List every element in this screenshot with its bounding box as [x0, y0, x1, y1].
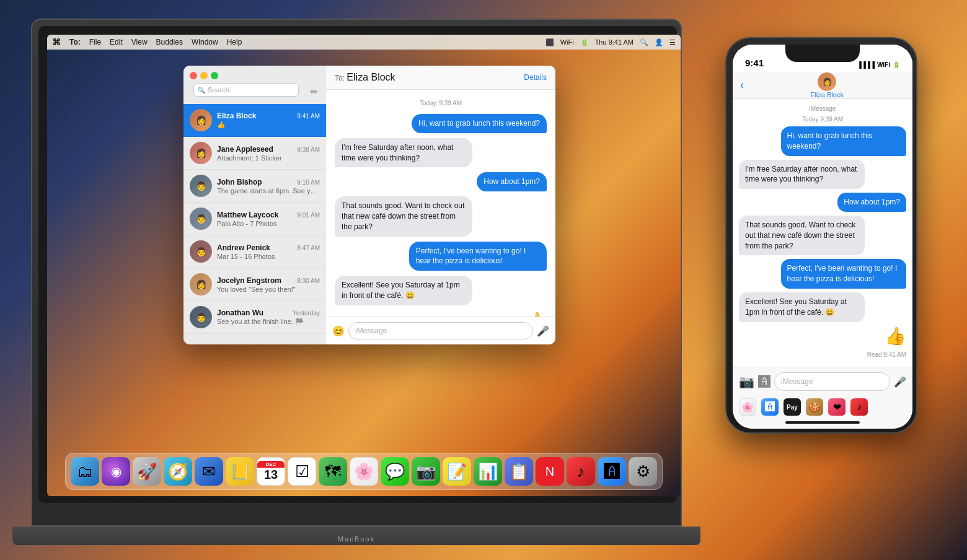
iphone-notch [785, 45, 860, 62]
dock-siri[interactable]: ◉ [102, 457, 130, 486]
bubble-out-5: Perfect, I've been wanting to go! I hear… [409, 242, 547, 271]
iphone-msg-1: Hi, want to grab lunch this weekend? [739, 126, 906, 156]
dock-finder[interactable]: 🗂 [71, 457, 99, 486]
dock-music[interactable]: ♪ [567, 457, 595, 486]
conv-info-eliza: Eliza Block 9:41 AM 👍 [217, 112, 320, 129]
dock-appstore[interactable]: 🅰 [598, 457, 626, 486]
dock-news[interactable]: N [536, 457, 564, 486]
conversation-item-jane[interactable]: 👩 Jane Appleseed 9:38 AM Attachment: 1 S… [183, 137, 326, 170]
iphone-home-indicator [785, 421, 860, 424]
dock-safari[interactable]: 🧭 [164, 457, 192, 486]
conv-preview-jonathan: See you at the finish line. 🏁 [217, 318, 320, 326]
file-menu[interactable]: File [89, 38, 101, 46]
iphone-back-button[interactable]: ‹ [740, 79, 744, 92]
dock-mail[interactable]: ✉ [195, 457, 223, 486]
iphone-appstore-icon[interactable]: 🅰 [758, 375, 771, 389]
close-button[interactable] [190, 72, 197, 79]
help-menu[interactable]: Help [227, 38, 242, 46]
iphone-applepay-icon[interactable]: Pay [784, 398, 801, 416]
iphone-status-icons: ▐▐▐▐ WiFi 🔋 [857, 61, 900, 68]
iphone-avatar: 👩 [818, 72, 836, 91]
apple-menu[interactable]: ⌘ [52, 37, 61, 47]
conversation-item-eliza[interactable]: 👩 Eliza Block 9:41 AM 👍 [183, 104, 326, 137]
conv-info-jane: Jane Appleseed 9:38 AM Attachment: 1 Sti… [217, 145, 320, 162]
conv-preview-matthew: Palo Alto - 7 Photos [217, 220, 320, 227]
conv-preview-andrew: Mar 15 - 16 Photos [217, 253, 320, 260]
iphone-appstore-row-icon[interactable]: 🅰 [761, 398, 779, 416]
messages-window: 🔍 Search ✏ 👩 [183, 66, 555, 344]
avatar-andrew: 👨 [190, 240, 212, 263]
conversation-item-john[interactable]: 👨 John Bishop 9:10 AM The game starts at… [183, 170, 326, 203]
dock-launchpad[interactable]: 🚀 [133, 457, 161, 486]
dock: 🗂 ◉ 🚀 🧭 ✉ 📒 DEC 13 ☑ 🗺 🌸 💬 📷 📝 [65, 453, 663, 490]
iphone-bubble-out-3: How about 1pm? [837, 193, 906, 212]
iphone-message-input[interactable]: iMessage [774, 372, 890, 391]
conv-info-jocelyn: Jocelyn Engstrom 8:30 AM You loved "See … [217, 276, 320, 293]
window-menu[interactable]: Window [192, 38, 218, 46]
dock-reminders[interactable]: ☑ [288, 457, 316, 486]
dock-calendar[interactable]: DEC 13 [257, 457, 285, 486]
macbook-base: MacBook [12, 527, 700, 545]
iphone-contact-name[interactable]: Eliza Block [810, 91, 844, 98]
bubble-out-1: Hi, want to grab lunch this weekend? [412, 114, 547, 133]
conv-preview-john: The game starts at 6pm. See you then! [217, 187, 320, 195]
iphone-mic-icon[interactable]: 🎤 [894, 376, 906, 388]
menu-bar-left: ⌘ To: File Edit View Buddies Window Help [52, 37, 242, 47]
conv-time-john: 9:10 AM [297, 179, 320, 186]
iphone-battery-icon: 🔋 [893, 61, 900, 68]
buddies-menu[interactable]: Buddies [156, 38, 183, 46]
emoji-button[interactable]: 😊 [332, 325, 345, 337]
dock-messages[interactable]: 💬 [381, 457, 409, 486]
list-icon[interactable]: ☰ [669, 38, 676, 46]
dock-numbers[interactable]: 📊 [474, 457, 502, 486]
minimize-button[interactable] [200, 72, 208, 79]
iphone-thumbs-up: 👍 [739, 326, 906, 346]
iphone-msg-3: How about 1pm? [739, 193, 906, 212]
dock-system-preferences[interactable]: ⚙ [629, 457, 657, 486]
bubble-in-6: Excellent! See you Saturday at 1pm in fr… [335, 276, 472, 305]
macbook-body: ⌘ To: File Edit View Buddies Window Help… [31, 19, 682, 527]
conv-name-eliza: Eliza Block [217, 112, 256, 120]
mic-button[interactable]: 🎤 [537, 325, 549, 337]
edit-menu[interactable]: Edit [110, 38, 123, 46]
iphone-screen: 9:41 ▐▐▐▐ WiFi 🔋 ‹ 👩 Eliza Block iMessag… [733, 45, 912, 429]
conv-time-matthew: 9:01 AM [297, 212, 320, 219]
conv-name-john: John Bishop [217, 178, 262, 186]
iphone-photos-app-icon[interactable]: 🌸 [739, 398, 756, 416]
dock-maps[interactable]: 🗺 [319, 457, 347, 486]
conversation-item-andrew[interactable]: 👨 Andrew Penick 8:47 AM Mar 15 - 16 Phot… [183, 235, 326, 268]
conversation-item-jocelyn[interactable]: 👩 Jocelyn Engstrom 8:30 AM You loved "Se… [183, 268, 326, 301]
iphone-input-row: 📷 🅰 iMessage 🎤 [733, 367, 912, 396]
battery-icon: 🔋 [580, 38, 589, 46]
conv-name-jane: Jane Appleseed [217, 145, 273, 154]
chat-timestamp: Today, 9:39 AM [335, 100, 547, 107]
conv-time-jocelyn: 8:30 AM [297, 278, 320, 284]
app-name-menu[interactable]: To: [69, 38, 81, 46]
message-input[interactable]: iMessage [348, 322, 533, 339]
dock-stickies[interactable]: 📝 [443, 457, 471, 486]
iphone-contact-info: 👩 Eliza Block [749, 72, 905, 98]
iphone-camera-icon[interactable]: 📷 [739, 374, 754, 389]
search-bar[interactable]: 🔍 Search [193, 83, 299, 97]
sidebar-header [183, 66, 326, 83]
iphone-cookie-icon[interactable]: 🍪 [806, 398, 823, 416]
conv-info-john: John Bishop 9:10 AM The game starts at 6… [217, 178, 320, 195]
view-menu[interactable]: View [131, 38, 148, 46]
dock-notes[interactable]: 📒 [226, 457, 254, 486]
conversation-list: 👩 Eliza Block 9:41 AM 👍 [183, 104, 326, 344]
iphone-messages: iMessage Today 9:39 AM Hi, want to grab … [733, 99, 912, 367]
iphone-music-icon[interactable]: ♪ [850, 398, 868, 416]
maximize-button[interactable] [211, 72, 218, 79]
compose-button[interactable]: ✏ [307, 85, 321, 98]
user-icon[interactable]: 👤 [655, 38, 663, 46]
dock-facetime[interactable]: 📷 [412, 457, 440, 486]
iphone-heart-icon[interactable]: ❤ [828, 398, 846, 416]
dock-keynote[interactable]: 📋 [505, 457, 533, 486]
conversation-item-jonathan[interactable]: 👨 Jonathan Wu Yesterday See you at the f… [183, 301, 326, 334]
conversation-item-matthew[interactable]: 👨 Matthew Laycock 9:01 AM Palo Alto - 7 … [183, 203, 326, 235]
conv-name-matthew: Matthew Laycock [217, 211, 278, 219]
search-menubar-icon[interactable]: 🔍 [640, 38, 648, 46]
wifi-icon: WiFi [560, 38, 574, 46]
dock-photos[interactable]: 🌸 [350, 457, 378, 486]
details-button[interactable]: Details [524, 73, 547, 82]
